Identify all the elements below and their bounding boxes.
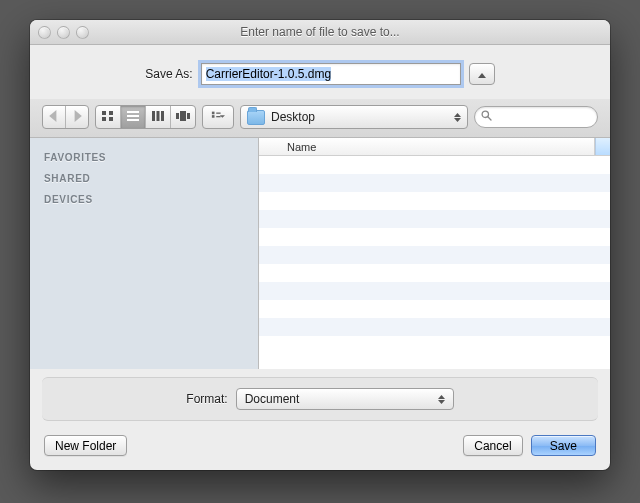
search-field[interactable]: [474, 106, 598, 128]
svg-rect-8: [157, 111, 160, 121]
column-header-name[interactable]: Name: [259, 138, 595, 155]
svg-rect-1: [109, 111, 113, 115]
sidebar-heading-devices[interactable]: DEVICES: [44, 194, 244, 205]
filename-input[interactable]: [201, 63, 461, 85]
icon-view-icon: [101, 110, 115, 125]
sidebar-heading-favorites[interactable]: FAVORITES: [44, 152, 244, 163]
column-header-row: Name: [259, 138, 610, 156]
sidebar: FAVORITES SHARED DEVICES: [30, 138, 259, 369]
arrange-icon: [211, 110, 225, 125]
svg-rect-10: [176, 113, 179, 119]
list-row: [259, 210, 610, 228]
svg-rect-5: [127, 115, 139, 117]
collapse-disclosure-button[interactable]: [469, 63, 495, 85]
svg-rect-6: [127, 119, 139, 121]
list-row: [259, 300, 610, 318]
list-row: [259, 156, 610, 174]
svg-rect-0: [102, 111, 106, 115]
list-row: [259, 336, 610, 354]
back-button[interactable]: [43, 106, 66, 128]
list-view-button[interactable]: [121, 106, 146, 128]
list-row: [259, 192, 610, 210]
format-popup[interactable]: Document: [236, 388, 454, 410]
chevron-up-icon: [478, 67, 486, 81]
arrange-menu[interactable]: [202, 105, 234, 129]
svg-line-18: [488, 117, 491, 120]
svg-rect-12: [187, 113, 190, 119]
column-view-button[interactable]: [146, 106, 171, 128]
icon-view-button[interactable]: [96, 106, 121, 128]
svg-rect-2: [102, 117, 106, 121]
folder-icon: [247, 110, 265, 125]
traffic-lights: [38, 26, 89, 39]
titlebar[interactable]: Enter name of file to save to...: [30, 20, 610, 45]
svg-rect-9: [161, 111, 164, 121]
search-icon: [481, 110, 492, 124]
forward-button[interactable]: [66, 106, 88, 128]
list-row: [259, 282, 610, 300]
disclosure-arrows-icon: [454, 113, 461, 122]
disclosure-arrows-icon: [438, 395, 445, 404]
svg-rect-7: [152, 111, 155, 121]
window-title: Enter name of file to save to...: [30, 25, 610, 39]
svg-rect-4: [127, 111, 139, 113]
zoom-window-button[interactable]: [76, 26, 89, 39]
column-view-icon: [151, 110, 165, 125]
list-row: [259, 264, 610, 282]
svg-rect-13: [212, 111, 215, 114]
nav-back-forward: [42, 105, 89, 129]
triangle-left-icon: [47, 110, 61, 125]
scrollbar-track[interactable]: [595, 138, 610, 155]
svg-rect-11: [180, 111, 186, 121]
list-row: [259, 246, 610, 264]
coverflow-view-icon: [176, 110, 190, 125]
file-list-pane: Name: [259, 138, 610, 369]
list-row: [259, 174, 610, 192]
new-folder-button[interactable]: New Folder: [44, 435, 127, 456]
format-label: Format:: [186, 392, 227, 406]
bottom-button-bar: New Folder Cancel Save: [30, 425, 610, 470]
sidebar-heading-shared[interactable]: SHARED: [44, 173, 244, 184]
list-row: [259, 318, 610, 336]
svg-rect-3: [109, 117, 113, 121]
format-value: Document: [245, 392, 300, 406]
close-window-button[interactable]: [38, 26, 51, 39]
cancel-button[interactable]: Cancel: [463, 435, 522, 456]
view-mode-segment: [95, 105, 196, 129]
search-input[interactable]: [496, 110, 591, 124]
svg-rect-15: [216, 112, 220, 113]
save-button[interactable]: Save: [531, 435, 596, 456]
save-as-row: Save As:: [30, 45, 610, 99]
list-row: [259, 228, 610, 246]
minimize-window-button[interactable]: [57, 26, 70, 39]
browser-toolbar: Desktop: [30, 99, 610, 138]
list-view-icon: [126, 110, 140, 125]
location-popup[interactable]: Desktop: [240, 105, 468, 129]
save-as-label: Save As:: [145, 67, 192, 81]
arrange-button[interactable]: [203, 106, 233, 128]
format-bar: Format: Document: [42, 377, 598, 421]
save-dialog-window: Enter name of file to save to... Save As…: [30, 20, 610, 470]
file-browser: FAVORITES SHARED DEVICES Name: [30, 138, 610, 369]
location-label: Desktop: [271, 110, 315, 124]
coverflow-view-button[interactable]: [171, 106, 195, 128]
triangle-right-icon: [70, 110, 84, 125]
svg-rect-14: [212, 115, 215, 118]
svg-rect-16: [216, 116, 220, 117]
file-list[interactable]: [259, 156, 610, 369]
